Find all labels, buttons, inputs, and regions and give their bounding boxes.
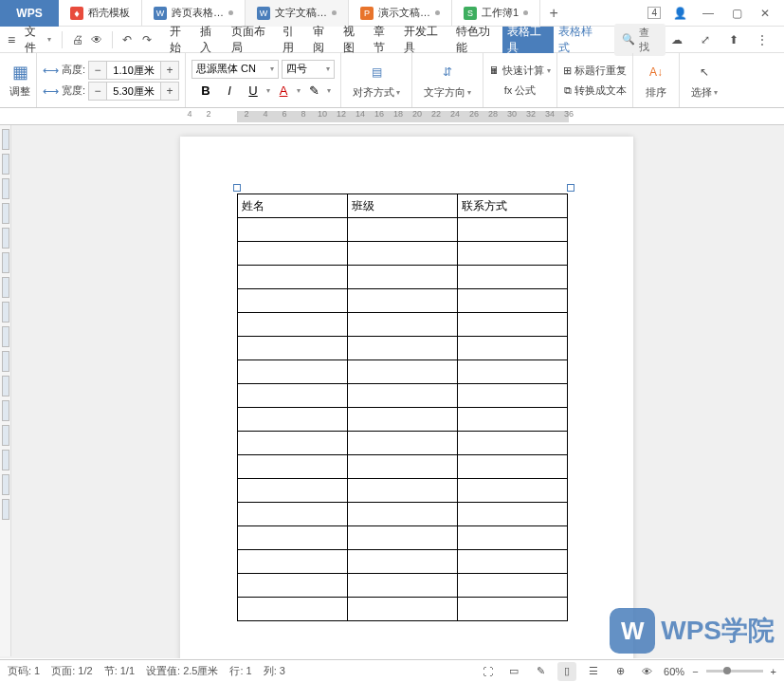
table-cell[interactable] [458,432,568,455]
document-table[interactable]: 姓名班级联系方式 [237,194,568,621]
hamburger-icon[interactable]: ≡ [5,32,18,47]
table-cell[interactable] [458,408,568,432]
table-handle[interactable] [233,184,241,192]
ribbon-tab-layout[interactable]: 页面布局 [227,27,278,53]
increase-button[interactable]: + [161,62,178,79]
table-cell[interactable] [238,574,348,598]
table-cell[interactable] [348,337,458,360]
app-tab[interactable]: WPS [0,0,59,27]
font-size-select[interactable]: 四号▾ [282,60,335,79]
doc-tab-cross-page[interactable]: W 跨页表格… [142,0,246,27]
eye-icon[interactable]: 👁 [637,662,656,681]
table-cell[interactable] [238,360,348,384]
zoom-value[interactable]: 60% [664,666,684,677]
height-value[interactable]: 1.10厘米 [106,62,161,79]
underline-button[interactable]: U [243,81,264,101]
table-cell[interactable] [458,550,568,574]
align-button[interactable]: ▤ 对齐方式▾ [347,59,406,101]
height-input[interactable]: − 1.10厘米 + [88,61,179,80]
ribbon-tab-feature[interactable]: 特色功能 [451,27,502,53]
table-cell[interactable] [348,313,458,337]
table-cell[interactable] [348,526,458,550]
share-icon[interactable]: ⬆ [724,30,743,49]
redo-icon[interactable]: ↷ [138,30,156,49]
italic-button[interactable]: I [219,81,240,101]
edit-icon[interactable]: ✎ [531,662,550,681]
table-cell[interactable] [348,384,458,408]
table-cell[interactable] [458,266,568,289]
file-menu[interactable]: 文件▾ [20,24,56,56]
table-cell[interactable] [458,360,568,384]
table-cell[interactable] [348,432,458,455]
ribbon-tab-table-style[interactable]: 表格样式 [554,27,605,53]
table-cell[interactable] [458,503,568,526]
cloud-icon[interactable]: ☁ [667,30,686,49]
table-icon[interactable]: ▦ [12,62,28,83]
print-preview-icon[interactable]: 👁 [88,30,106,49]
select-button[interactable]: ↖ 选择▾ [685,59,723,101]
header-repeat-button[interactable]: ⊞标题行重复 [563,62,627,80]
status-page-no[interactable]: 页码: 1 [8,664,40,678]
table-cell[interactable] [458,598,568,621]
table-cell[interactable] [238,455,348,479]
table-cell[interactable] [238,432,348,455]
close-icon[interactable]: ✕ [756,4,775,23]
table-cell[interactable] [348,242,458,266]
table-resize-handle[interactable] [567,184,574,192]
table-cell[interactable] [238,266,348,289]
table-header-cell[interactable]: 班级 [348,194,458,218]
convert-text-button[interactable]: ⧉转换成文本 [564,82,627,100]
table-cell[interactable] [238,384,348,408]
table-cell[interactable] [348,360,458,384]
collapse-icon[interactable]: ⤢ [696,30,715,49]
table-cell[interactable] [348,455,458,479]
doc-tab-presentation[interactable]: P 演示文稿… [349,0,452,27]
table-cell[interactable] [458,289,568,313]
search-box[interactable]: 🔍 查找 [614,24,665,56]
doc-tab-workbook[interactable]: S 工作簿1 [452,0,540,27]
table-cell[interactable] [348,408,458,432]
table-cell[interactable] [348,598,458,621]
table-cell[interactable] [348,266,458,289]
status-section[interactable]: 节: 1/1 [104,664,135,678]
quick-calc-button[interactable]: 🖩快速计算▾ [489,62,551,80]
table-cell[interactable] [348,550,458,574]
table-header-cell[interactable]: 联系方式 [458,194,568,218]
table-cell[interactable] [238,526,348,550]
ribbon-tab-view[interactable]: 视图 [338,27,369,53]
ribbon-tab-start[interactable]: 开始 [165,27,195,53]
save-icon[interactable]: 🖨 [68,30,86,49]
table-cell[interactable] [238,479,348,503]
table-cell[interactable] [348,289,458,313]
table-cell[interactable] [238,503,348,526]
doc-tab-template[interactable]: ♦ 稻壳模板 [59,0,142,27]
table-cell[interactable] [458,574,568,598]
table-cell[interactable] [238,242,348,266]
outline-icon[interactable]: ☰ [584,662,603,681]
doc-tab-text-doc[interactable]: W 文字文稿… [246,0,349,27]
table-cell[interactable] [348,218,458,242]
formula-button[interactable]: fx 公式 [504,82,537,100]
table-cell[interactable] [458,455,568,479]
ribbon-tab-reference[interactable]: 引用 [278,27,308,53]
avatar-icon[interactable]: 👤 [670,4,689,23]
undo-icon[interactable]: ↶ [119,30,137,49]
decrease-button[interactable]: − [89,83,106,100]
table-cell[interactable] [458,242,568,266]
table-cell[interactable] [238,313,348,337]
table-cell[interactable] [238,337,348,360]
table-cell[interactable] [348,503,458,526]
table-cell[interactable] [238,598,348,621]
zoom-out-button[interactable]: − [692,666,698,677]
page-view-icon[interactable]: ▯ [557,662,576,681]
ribbon-tab-dev[interactable]: 开发工具 [399,27,450,53]
ribbon-tab-table-tools[interactable]: 表格工具 [502,27,554,53]
width-input[interactable]: − 5.30厘米 + [88,82,179,101]
table-cell[interactable] [458,313,568,337]
highlight-button[interactable]: ✎ [303,81,324,101]
table-cell[interactable] [348,479,458,503]
table-cell[interactable] [458,526,568,550]
ribbon-tab-chapter[interactable]: 章节 [369,27,399,53]
maximize-icon[interactable]: ▢ [727,4,746,23]
web-icon[interactable]: ⊕ [611,662,629,681]
